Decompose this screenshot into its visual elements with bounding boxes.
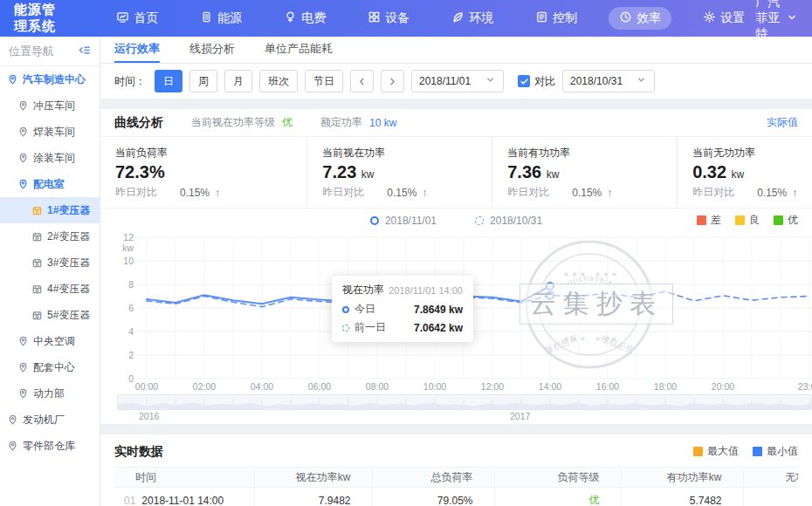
svg-text:4: 4 [128, 326, 134, 337]
svg-text:12: 12 [123, 232, 134, 243]
series-legend-2[interactable]: 2018/10/31 [475, 215, 542, 227]
sidebar-item-11[interactable]: 中央空调 [0, 328, 100, 354]
svg-text:2: 2 [128, 350, 134, 360]
rated-power-value: 10 kw [369, 117, 396, 129]
svg-text:kw: kw [122, 243, 134, 253]
datazoom-slider[interactable] [117, 394, 812, 410]
period-button-3[interactable]: 月 [224, 70, 252, 92]
nav-item-energy[interactable]: 能源 [189, 7, 252, 30]
svg-text:08:00: 08:00 [366, 381, 389, 392]
svg-text:04:00: 04:00 [251, 381, 273, 392]
tab-1[interactable]: 运行效率 [114, 37, 160, 63]
electricity-fee-icon [284, 10, 297, 26]
home-icon [116, 10, 129, 26]
curve-card-title: 曲线分析 [114, 115, 163, 131]
chevron-down-icon [786, 11, 798, 26]
nav-item-electricity-fee[interactable]: 电费 [273, 7, 336, 30]
sidebar-item-7[interactable]: 2#变压器 [0, 223, 100, 250]
period-button-2[interactable]: 周 [189, 70, 217, 92]
location-pin-icon [17, 100, 29, 112]
user-menu[interactable]: 广汽菲亚特 [755, 0, 798, 42]
tab-2[interactable]: 线损分析 [189, 37, 235, 63]
nav-item-environment[interactable]: 环境 [441, 7, 504, 30]
sidebar-item-1[interactable]: 汽车制造中心 [0, 66, 100, 92]
column-header-3: 总负荷率 [372, 468, 494, 488]
power-level-label: 当前视在功率等级 [191, 115, 275, 130]
svg-text:23:00: 23:00 [798, 381, 812, 392]
svg-text:8: 8 [128, 279, 134, 290]
svg-text:6: 6 [128, 303, 134, 313]
period-button-5[interactable]: 节日 [305, 70, 343, 92]
primary-date-select[interactable]: 2018/11/01 [411, 70, 504, 92]
prev-date-button[interactable] [350, 70, 374, 92]
transformer-icon [31, 284, 43, 295]
location-pin-icon [17, 153, 29, 164]
sidebar-item-5[interactable]: 配电室 [0, 171, 100, 197]
location-pin-icon [17, 388, 29, 400]
sidebar-item-6[interactable]: 1#变压器 [0, 197, 100, 223]
transformer-icon [31, 310, 43, 321]
user-name: 广汽菲亚特 [755, 0, 782, 42]
sidebar-item-10[interactable]: 5#变压器 [0, 302, 100, 328]
svg-text:00:00: 00:00 [135, 381, 158, 392]
power-line-chart[interactable]: 024681012kw00:0002:0004:0006:0008:0010:0… [100, 232, 812, 394]
page-tabs: 运行效率线损分析单位产品能耗 [100, 37, 812, 64]
sidebar-item-14[interactable]: 发动机厂 [0, 407, 100, 433]
svg-text:10:00: 10:00 [423, 381, 446, 392]
nav-item-efficiency[interactable]: 效率 [609, 7, 671, 30]
transformer-icon [31, 257, 43, 269]
svg-text:12:00: 12:00 [481, 381, 504, 392]
nav-item-home[interactable]: 首页 [106, 7, 169, 30]
sidebar-item-2[interactable]: 冲压车间 [0, 92, 100, 119]
tooltip-title: 视在功率 [342, 283, 384, 297]
table-row: 012018-11-01 14:007.948279.05%优5.7482 [114, 488, 798, 506]
collapse-sidebar-icon[interactable] [78, 44, 91, 59]
sidebar-item-8[interactable]: 3#变压器 [0, 250, 100, 276]
sidebar-item-15[interactable]: 零件部仓库 [0, 433, 100, 459]
rated-power-label: 额定功率 [320, 115, 362, 130]
column-header-5: 有功功率kw [621, 468, 743, 488]
grade-legend: 差良优 [697, 213, 798, 228]
sidebar-item-3[interactable]: 焊装车间 [0, 119, 100, 145]
metric-cards: 当前负荷率72.3%昨日对比0.15%↑当前视在功率7.23 kw昨日对比0.1… [100, 137, 812, 209]
app-title: 能源管理系统 [14, 2, 60, 35]
sidebar-item-12[interactable]: 配套中心 [0, 354, 100, 380]
nav-item-device[interactable]: 设备 [357, 7, 420, 30]
svg-text:02:00: 02:00 [193, 381, 216, 392]
transformer-icon [31, 231, 43, 243]
tab-3[interactable]: 单位产品能耗 [265, 37, 333, 63]
location-pin-icon [17, 126, 29, 138]
next-date-button[interactable] [381, 70, 404, 92]
metric-card-4: 当前无功功率0.32 kw昨日对比0.15%↑ [677, 137, 812, 208]
chart-legend: 2018/11/012018/10/31差良优 [100, 209, 812, 232]
compare-date-select[interactable]: 2018/10/31 [562, 70, 655, 92]
svg-text:0: 0 [128, 373, 134, 384]
nav-item-settings[interactable]: 设置 [692, 7, 755, 30]
period-button-1[interactable]: 日 [155, 70, 182, 92]
sidebar-item-4[interactable]: 涂装车间 [0, 145, 100, 171]
chevron-down-icon [636, 74, 647, 88]
actual-value-link[interactable]: 实际值 [767, 115, 798, 130]
curve-analysis-card: 曲线分析 当前视在功率等级 优 额定功率 10 kw 实际值 当前负荷率72.3… [100, 109, 812, 424]
location-pin-icon [7, 74, 18, 85]
column-header-2: 视在功率kw [254, 468, 372, 488]
sidebar-item-9[interactable]: 4#变压器 [0, 276, 100, 302]
nav-item-control[interactable]: 控制 [525, 7, 588, 30]
environment-icon [451, 10, 464, 26]
realtime-table: 时间视在功率kw总负荷率负荷等级有功功率kw无功功率kw 012018-11-0… [114, 467, 798, 506]
compare-checkbox[interactable]: 对比 [518, 74, 555, 89]
realtime-data-card: 实时数据 最大值最小值 时间视在功率kw总负荷率负荷等级有功功率kw无功功率kw… [100, 434, 812, 506]
location-pin-icon [7, 414, 18, 426]
legend-最小值: 最小值 [753, 444, 798, 459]
metric-card-1: 当前负荷率72.3%昨日对比0.15%↑ [100, 137, 306, 208]
solid-circle-icon [370, 216, 379, 225]
sidebar-item-13[interactable]: 动力部 [0, 380, 100, 407]
metric-card-2: 当前视在功率7.23 kw昨日对比0.15%↑ [306, 137, 492, 208]
series-legend-1[interactable]: 2018/11/01 [370, 215, 437, 227]
location-pin-icon [17, 336, 29, 347]
svg-text:20:00: 20:00 [712, 381, 734, 392]
transformer-icon [31, 205, 43, 216]
location-tree: 汽车制造中心冲压车间焊装车间涂装车间配电室1#变压器2#变压器3#变压器4#变压… [0, 66, 100, 459]
period-button-4[interactable]: 班次 [259, 70, 298, 92]
energy-icon [200, 10, 213, 26]
